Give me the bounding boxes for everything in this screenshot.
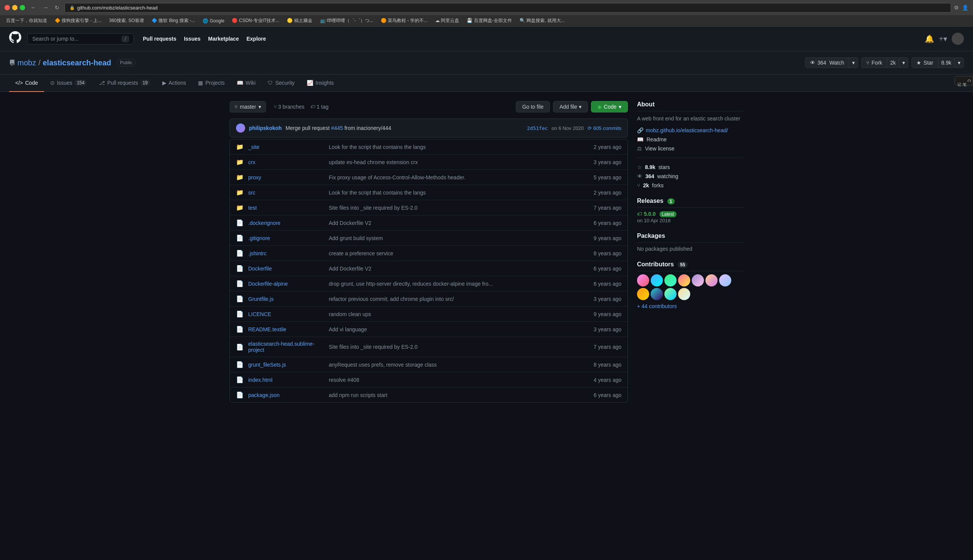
website-link[interactable]: 🔗 mobz.github.io/elasticsearch-head/ — [637, 127, 743, 133]
commits-count-link[interactable]: ⟳ 605 commits — [587, 125, 621, 131]
readme-link[interactable]: 📖 Readme — [637, 137, 743, 142]
branch-selector[interactable]: ⑂ master ▾ — [230, 101, 266, 112]
bookmark-csdn[interactable]: 🔴 CSDN-专业IT技术... — [230, 17, 281, 25]
bookmark-bing[interactable]: 🔷 微软 Bing 搜索 -... — [150, 17, 197, 25]
watch-count-btn[interactable]: ▾ — [849, 57, 858, 68]
license-link[interactable]: ⚖ View license — [637, 145, 743, 152]
more-contributors-link[interactable]: + 44 contributors — [637, 303, 743, 309]
bookmark-360[interactable]: 360搜索, SO靠谱 — [108, 17, 145, 25]
contributor-avatar-9[interactable] — [651, 288, 663, 300]
address-bar[interactable]: 🔒 github.com/mobz/elasticsearch-head — [65, 3, 951, 13]
fork-count-btn[interactable]: 2k — [887, 57, 899, 68]
bookmark-caoniao[interactable]: 🟠 菜鸟教程 - 学的不... — [379, 17, 429, 25]
contributor-avatar-6[interactable] — [706, 274, 718, 287]
tab-projects[interactable]: ▦ Projects — [192, 75, 231, 92]
fork-button[interactable]: ⑂ Fork — [861, 57, 887, 68]
file-name-link[interactable]: proxy — [248, 174, 324, 180]
tab-pull-requests[interactable]: ⎇ Pull requests 19 — [93, 75, 156, 92]
file-name-link[interactable]: .jshintrc — [248, 250, 324, 257]
file-name-link[interactable]: src — [248, 190, 324, 196]
commit-date: on 6 Nov 2020 — [551, 125, 584, 131]
star-button[interactable]: ★ Star — [911, 57, 938, 68]
refresh-btn[interactable]: ↻ — [52, 3, 62, 12]
file-name-link[interactable]: .gitignore — [248, 235, 324, 241]
plus-icon[interactable]: +▾ — [939, 34, 947, 43]
bookmark-google[interactable]: 🌐 Google — [201, 17, 226, 25]
file-name-link[interactable]: index.html — [248, 377, 324, 383]
contributor-avatar-11[interactable] — [678, 288, 690, 300]
file-name-link[interactable]: README.textile — [248, 327, 324, 332]
watching-stat[interactable]: 👁 364 watching — [637, 173, 743, 179]
star-dropdown-btn[interactable]: ▾ — [955, 57, 964, 68]
bookmark-wangpan[interactable]: 🔍 网盘搜索, 就用大... — [518, 17, 566, 25]
commit-author-avatar[interactable] — [236, 123, 245, 133]
profile-icon[interactable]: 👤 — [962, 5, 968, 11]
floating-note-widget[interactable]: C笔记 — [955, 76, 973, 85]
commit-hash-link[interactable]: 2d51fec — [527, 125, 548, 131]
commit-pr-link[interactable]: #445 — [331, 125, 343, 131]
close-window-btn[interactable] — [5, 5, 10, 10]
bookmarks-bar: 百度一下，你就知道 🔶 搜狗搜索引擎 - 上... 360搜索, SO靠谱 🔷 … — [0, 15, 973, 27]
contributor-avatar-5[interactable] — [692, 274, 704, 287]
file-name-link[interactable]: package.json — [248, 392, 324, 398]
watch-button[interactable]: 👁 364 Watch — [805, 57, 849, 68]
contributor-avatar-4[interactable] — [678, 274, 690, 287]
notifications-icon[interactable]: 🔔 — [925, 34, 934, 43]
commit-author-link[interactable]: philipskokoh — [249, 125, 282, 131]
extensions-icon[interactable]: ⚙ — [954, 5, 959, 11]
search-box[interactable]: Search or jump to... / — [27, 33, 134, 45]
contributor-avatar-7[interactable] — [719, 274, 731, 287]
branches-link[interactable]: ⑂ 3 branches — [274, 104, 304, 110]
tab-security[interactable]: 🛡 Security — [262, 75, 300, 92]
tags-link[interactable]: 🏷 1 tag — [310, 104, 329, 110]
forks-stat[interactable]: ⑂ 2k forks — [637, 182, 743, 188]
repo-owner-link[interactable]: mobz — [17, 58, 36, 67]
release-item[interactable]: 🏷 5.0.0 Latest on 10 Apr 2018 — [637, 211, 743, 223]
file-name-link[interactable]: Gruntfile.js — [248, 296, 324, 302]
code-dropdown-btn[interactable]: ◆ Code ▾ — [591, 101, 628, 112]
contributor-avatar-2[interactable] — [651, 274, 663, 287]
back-btn[interactable]: ← — [28, 3, 39, 12]
bookmark-aliyun[interactable]: ☁ 阿里云盘 — [434, 17, 461, 25]
star-count-btn[interactable]: 8.9k — [938, 57, 955, 68]
file-name-link[interactable]: LICENCE — [248, 311, 324, 317]
nav-explore[interactable]: Explore — [246, 36, 266, 42]
file-name-link[interactable]: .dockerignore — [248, 220, 324, 226]
tab-actions[interactable]: ▶ Actions — [156, 75, 192, 92]
file-name-link[interactable]: test — [248, 205, 324, 211]
file-name-link[interactable]: grunt_fileSets.js — [248, 362, 324, 368]
maximize-window-btn[interactable] — [20, 5, 25, 10]
history-icon: ⟳ — [587, 125, 592, 131]
contributor-avatar-10[interactable] — [664, 288, 676, 300]
tab-issues[interactable]: ⊙ Issues 154 — [44, 75, 93, 92]
contributor-avatar-8[interactable] — [637, 288, 649, 300]
contributor-avatar-1[interactable] — [637, 274, 649, 287]
bookmark-baidu-cloud[interactable]: 💾 百度网盘-全部文件 — [465, 17, 513, 25]
bookmark-rongtu[interactable]: 🟡 稿土藏金 — [285, 17, 314, 25]
repo-name-link[interactable]: elasticsearch-head — [43, 58, 111, 67]
user-avatar[interactable] — [952, 33, 964, 45]
minimize-window-btn[interactable] — [12, 5, 17, 10]
tab-code[interactable]: </> Code — [9, 75, 44, 92]
nav-issues[interactable]: Issues — [184, 36, 201, 42]
github-logo[interactable] — [9, 31, 21, 47]
bookmark-bilibili[interactable]: 📺 哔哩哔哩（゜-゜）つ... — [319, 17, 375, 25]
tab-wiki[interactable]: 📖 Wiki — [231, 75, 262, 92]
contributor-avatar-3[interactable] — [664, 274, 676, 287]
main-content: ⑂ master ▾ ⑂ 3 branches 🏷 1 tag Go to fi… — [220, 92, 753, 412]
fork-dropdown-btn[interactable]: ▾ — [899, 57, 908, 68]
file-name-link[interactable]: crx — [248, 159, 324, 165]
bookmark-sougou[interactable]: 🔶 搜狗搜索引擎 - 上... — [53, 17, 103, 25]
file-name-link[interactable]: Dockerfile — [248, 265, 324, 272]
file-name-link[interactable]: _site — [248, 144, 324, 150]
tab-insights[interactable]: 📈 Insights — [300, 75, 340, 92]
add-file-btn[interactable]: Add file ▾ — [553, 101, 588, 112]
forward-btn[interactable]: → — [40, 3, 51, 12]
file-name-link[interactable]: elasticsearch-head.sublime-project — [248, 341, 324, 353]
bookmark-baidu[interactable]: 百度一下，你就知道 — [5, 17, 48, 25]
stars-stat[interactable]: ☆ 8.9k stars — [637, 164, 743, 170]
nav-marketplace[interactable]: Marketplace — [208, 36, 239, 42]
go-to-file-btn[interactable]: Go to file — [516, 101, 550, 112]
file-name-link[interactable]: Dockerfile-alpine — [248, 281, 324, 287]
nav-pull-requests[interactable]: Pull requests — [143, 36, 176, 42]
